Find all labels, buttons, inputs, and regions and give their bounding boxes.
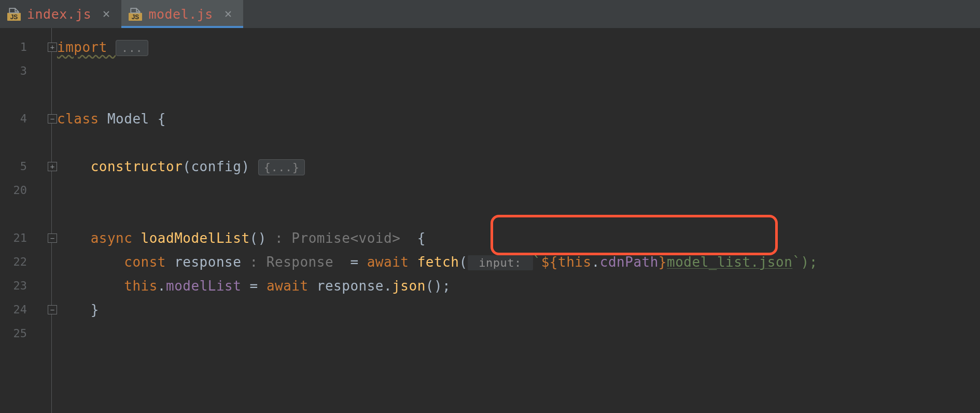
tab-index-js[interactable]: JS index.js bbox=[0, 0, 121, 28]
code-line[interactable]: import ... bbox=[57, 35, 980, 59]
code-line[interactable] bbox=[57, 322, 980, 346]
line-number: 1 bbox=[0, 35, 36, 59]
parameter-hint: input: bbox=[468, 255, 533, 270]
gutter-blank bbox=[0, 202, 36, 226]
code-line[interactable]: } bbox=[57, 298, 980, 322]
line-number: 5 bbox=[0, 155, 36, 178]
line-number: 21 bbox=[0, 226, 36, 250]
code-line[interactable]: const response : Response = await fetch(… bbox=[57, 250, 980, 274]
code-line[interactable]: async loadModelList() : Promise<void> { bbox=[57, 226, 980, 250]
tab-model-js[interactable]: JS model.js bbox=[121, 0, 243, 28]
fold-gutter: + − + − − bbox=[36, 28, 57, 413]
line-number: 25 bbox=[0, 322, 36, 346]
js-file-icon: JS bbox=[129, 7, 142, 21]
gutter-blank bbox=[0, 131, 36, 155]
code-line[interactable] bbox=[57, 83, 980, 107]
code-line[interactable] bbox=[57, 202, 980, 226]
line-number: 4 bbox=[0, 107, 36, 131]
fold-expand-icon[interactable]: + bbox=[48, 162, 57, 171]
line-number: 23 bbox=[0, 274, 36, 298]
code-area[interactable]: import ... class Model { constructor(con… bbox=[57, 28, 980, 413]
fold-collapse-icon[interactable]: − bbox=[48, 233, 57, 243]
tab-label: index.js bbox=[27, 7, 91, 22]
svg-text:JS: JS bbox=[10, 13, 18, 21]
line-number: 3 bbox=[0, 59, 36, 83]
close-icon[interactable] bbox=[222, 8, 234, 20]
fold-collapse-icon[interactable]: − bbox=[48, 114, 57, 123]
folded-region[interactable]: ... bbox=[116, 40, 148, 56]
folded-region[interactable]: {...} bbox=[258, 159, 305, 175]
code-line[interactable] bbox=[57, 131, 980, 155]
line-number: 22 bbox=[0, 250, 36, 274]
js-file-icon: JS bbox=[7, 7, 21, 21]
svg-text:JS: JS bbox=[132, 13, 139, 21]
tab-label: model.js bbox=[148, 7, 213, 22]
fold-expand-icon[interactable]: + bbox=[48, 43, 57, 52]
code-line[interactable] bbox=[57, 59, 980, 83]
line-number: 20 bbox=[0, 178, 36, 202]
code-editor[interactable]: 1 3 4 5 20 21 22 23 24 25 + − + − − impo… bbox=[0, 28, 980, 413]
code-line[interactable]: constructor(config) {...} bbox=[57, 155, 980, 178]
code-line[interactable]: class Model { bbox=[57, 107, 980, 131]
close-icon[interactable] bbox=[101, 8, 112, 20]
code-line[interactable] bbox=[57, 178, 980, 202]
code-line[interactable]: this.modelList = await response.json(); bbox=[57, 274, 980, 298]
tab-bar: JS index.js JS model.js bbox=[0, 0, 980, 28]
fold-end-icon[interactable]: − bbox=[48, 305, 57, 314]
gutter-blank bbox=[0, 83, 36, 107]
line-number: 24 bbox=[0, 298, 36, 322]
line-number-gutter: 1 3 4 5 20 21 22 23 24 25 bbox=[0, 28, 36, 413]
